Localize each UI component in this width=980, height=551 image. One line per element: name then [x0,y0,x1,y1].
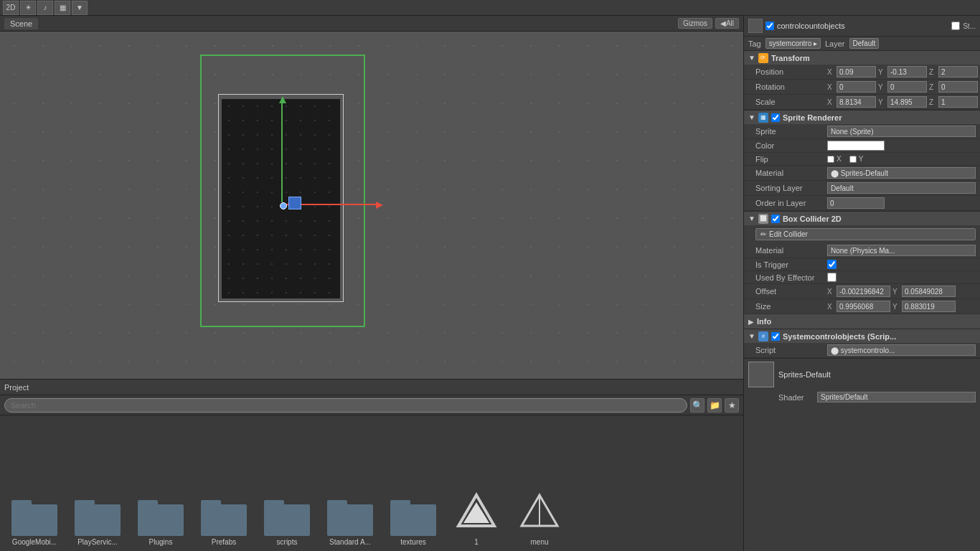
folder-label: Standard A... [329,538,371,546]
folder-item[interactable]: 1 [448,490,505,546]
sprite-renderer-section-header[interactable]: ▼ ▦ Sprite Renderer [744,110,980,124]
scale-z-input[interactable] [938,96,978,108]
bottom-panel: Project 🔍 📁 ★ GoogleMobi... PlayServic..… [0,379,743,551]
transform-title: Transform [771,54,810,62]
flip-y-checkbox[interactable] [849,156,857,163]
folder-icon [264,499,310,536]
material-value[interactable]: ⬤ Sprites-Default [827,167,976,179]
color-row: Color [744,139,980,153]
rot-x-input[interactable] [837,81,876,93]
flip-y-label: Y [859,155,864,163]
sprite-thumbnail [748,362,774,387]
inspector-panel: controlcountobjects St... Tag systemcont… [743,16,980,551]
rotation-value: X Y Z [827,81,978,93]
color-swatch[interactable] [827,141,885,151]
scale-x-input[interactable] [837,96,876,108]
box-collider-section-header[interactable]: ▼ ⬜ Box Collider 2D [744,211,980,225]
offset-label: Offset [755,287,827,296]
size-x-input[interactable] [837,301,890,312]
layer-value[interactable]: Default [849,38,880,49]
transform-section-header[interactable]: ▼ ⟳ Transform [744,50,980,65]
tag-label: Tag [748,39,761,48]
sprite-row: Sprite None (Sprite) [744,124,980,139]
box-collider-enabled[interactable] [771,215,780,223]
folder-item[interactable]: Standard A... [321,499,379,546]
used-by-effector-row: Used By Effector [744,271,980,284]
sun-icon[interactable]: ☀ [20,1,36,15]
pos-x-input[interactable] [837,66,876,77]
scale-y-label: Y [878,98,885,106]
dropdown-arrow-icon[interactable]: ▼ [72,1,88,15]
folder-label: Prefabs [212,538,236,546]
folder-label: PlayServic... [77,538,118,546]
sprite-value[interactable]: None (Sprite) [827,126,976,137]
unity-logo-1 [453,490,499,536]
pos-z-input[interactable] [938,66,978,77]
order-layer-row: Order in Layer [744,196,980,211]
folder-item[interactable]: GoogleMobi... [6,499,63,546]
selection-square[interactable] [288,197,301,209]
sprites-default-name: Sprites-Default [778,370,976,379]
sprites-default-row: Sprites-Default [744,358,980,390]
scene-canvas[interactable] [0,32,743,379]
image-icon[interactable]: ▦ [55,1,70,15]
sprite-renderer-enabled[interactable] [771,113,780,122]
scene-tab[interactable]: Scene [4,18,38,29]
sorting-layer-value[interactable]: Default [827,182,976,194]
folder-item[interactable]: scripts [258,499,316,546]
folder-item[interactable]: PlayServic... [69,499,126,546]
size-label: Size [755,302,827,311]
folder-item[interactable]: textures [385,499,442,546]
pos-y-label: Y [878,68,885,76]
tag-value[interactable]: systemcontro ▸ [765,38,821,49]
folder-item[interactable]: Plugins [132,499,189,546]
size-y-input[interactable] [902,301,956,312]
shader-value[interactable]: Sprites/Default [817,392,976,402]
rot-z-input[interactable] [938,81,978,93]
pos-y-input[interactable] [887,66,927,77]
star-icon[interactable]: ★ [725,398,739,413]
scale-y-input[interactable] [887,96,927,108]
is-trigger-checkbox[interactable] [827,260,837,269]
rot-y-label: Y [878,83,885,91]
rot-y-input[interactable] [887,81,927,93]
all-button[interactable]: ◀All [715,18,739,29]
folder-icon [75,499,121,536]
order-layer-input[interactable] [827,197,885,209]
folder-item[interactable]: menu [511,490,568,546]
top-toolbar: 2D ☀ ♪ ▦ ▼ [0,0,980,16]
box-collider-collapse-arrow: ▼ [748,215,755,222]
static-toggle[interactable] [951,22,960,30]
system-control-section-header[interactable]: ▼ # Systemcontrolobjects (Scrip... [744,329,980,343]
active-toggle[interactable] [765,22,774,30]
used-by-effector-checkbox[interactable] [827,273,837,282]
object-name: controlcountobjects [777,22,948,30]
flip-x-checkbox[interactable] [827,156,834,163]
search-input[interactable] [4,398,687,413]
bc-material-value[interactable]: None (Physics Ma... [827,245,976,256]
script-value[interactable]: ⬤ systemcontrolo... [827,344,976,356]
search-icon[interactable]: 🔍 [690,398,705,413]
info-section-header[interactable]: ▶ Info [744,314,980,329]
flip-row: Flip X Y [744,153,980,166]
sorting-layer-label: Sorting Layer [755,184,827,192]
folder-icon [327,499,373,536]
y-axis-arrow [279,96,286,103]
box-collider-icon: ⬜ [758,214,768,224]
offset-x-input[interactable] [837,286,890,297]
folder-icon[interactable]: 📁 [707,398,722,413]
system-control-enabled[interactable] [771,332,780,341]
edit-collider-button[interactable]: ✏ Edit Collider [755,228,976,240]
project-tab[interactable]: Project [4,383,29,392]
flip-checkboxes: X Y [827,155,976,163]
info-collapse-arrow: ▶ [748,318,754,326]
transform-center-handle[interactable] [280,202,287,209]
folder-icon [11,499,57,536]
sound-icon[interactable]: ♪ [37,1,53,15]
folder-item[interactable]: Prefabs [195,499,253,546]
offset-y-input[interactable] [902,286,956,297]
2d-toggle[interactable]: 2D [3,1,19,15]
is-trigger-row: Is Trigger [744,258,980,271]
size-y-label: Y [892,303,900,311]
gizmos-button[interactable]: Gizmos [678,18,712,29]
